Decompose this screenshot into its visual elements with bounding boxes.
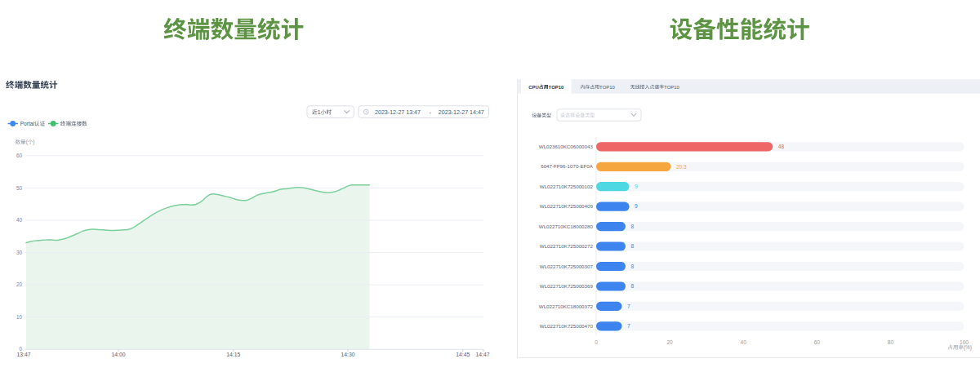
svg-text:6047-FF96-1070-EF0A: 6047-FF96-1070-EF0A: [541, 163, 594, 169]
svg-text:80: 80: [888, 339, 894, 345]
svg-text:10: 10: [16, 314, 23, 320]
svg-text:1: 1: [318, 109, 321, 115]
svg-text:40: 40: [16, 217, 23, 223]
svg-text:WL022710K725000272: WL022710K725000272: [540, 243, 594, 249]
svg-text:8: 8: [631, 224, 635, 229]
svg-text:8: 8: [631, 283, 635, 289]
svg-text:2023-12-27 13:47: 2023-12-27 13:47: [375, 109, 421, 116]
svg-text:7: 7: [627, 323, 630, 329]
svg-text:TOP10: TOP10: [549, 85, 564, 90]
svg-text:WL022710K725000409: WL022710K725000409: [540, 203, 594, 209]
svg-text:WL022710K725000102: WL022710K725000102: [540, 184, 594, 189]
svg-text:TOP10: TOP10: [664, 85, 679, 90]
svg-text:(%): (%): [964, 344, 972, 351]
svg-text:9: 9: [635, 203, 638, 209]
svg-text:30: 30: [16, 250, 23, 255]
svg-text:7: 7: [627, 303, 630, 309]
svg-text:14:45: 14:45: [456, 352, 470, 357]
svg-text:60: 60: [814, 339, 821, 345]
svg-text:8: 8: [631, 243, 635, 249]
svg-text:CPU: CPU: [528, 85, 538, 90]
svg-text:WL022710KC18000280: WL022710KC18000280: [539, 224, 594, 229]
svg-text:50: 50: [16, 185, 23, 191]
svg-text:TOP10: TOP10: [599, 85, 615, 90]
svg-text:40: 40: [741, 339, 747, 345]
svg-text:20.3: 20.3: [676, 164, 687, 170]
svg-text:48: 48: [778, 144, 785, 149]
svg-text:9: 9: [635, 184, 638, 189]
svg-text:14:30: 14:30: [341, 352, 354, 357]
svg-text:WL022710K725000369: WL022710K725000369: [540, 283, 594, 289]
svg-text:Portal: Portal: [20, 121, 35, 126]
svg-text:14:47: 14:47: [475, 352, 489, 357]
svg-text:2023-12-27 14:47: 2023-12-27 14:47: [439, 109, 484, 116]
svg-text:14:15: 14:15: [226, 352, 240, 357]
svg-text:60: 60: [16, 153, 23, 158]
svg-text:WL023610KC06000043: WL023610KC06000043: [539, 144, 594, 149]
svg-text:14:00: 14:00: [111, 352, 125, 357]
svg-text:20: 20: [666, 339, 673, 345]
svg-text:20: 20: [16, 281, 23, 287]
svg-text:13:47: 13:47: [16, 352, 30, 357]
svg-text:0: 0: [595, 339, 598, 345]
svg-text:8: 8: [631, 264, 635, 269]
svg-text:WL022710KC18000372: WL022710KC18000372: [539, 303, 594, 309]
svg-text:): ): [33, 139, 34, 145]
svg-text:WL022710K725000307: WL022710K725000307: [540, 264, 594, 269]
svg-text:WL022710K725000470: WL022710K725000470: [540, 323, 594, 329]
